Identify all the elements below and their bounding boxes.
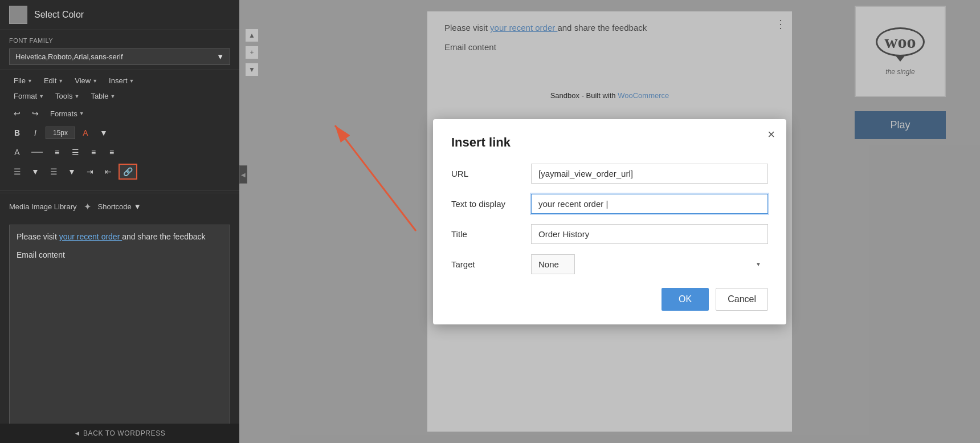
ol-arrow[interactable]: ▼: [64, 164, 80, 180]
modal-title-field: Title: [451, 224, 768, 244]
media-image-library-btn[interactable]: Media Image Library: [9, 202, 77, 211]
back-to-wordpress-bar[interactable]: ◄ BACK TO WORDPRESS: [0, 424, 239, 443]
toolbar-row-6: ☰ ▼ ☰ ▼ ⇥ ⇤ 🔗: [9, 164, 230, 180]
font-family-select[interactable]: Helvetica,Roboto,Arial,sans-serif ▼: [9, 48, 230, 65]
main-content: ▲ + ▼ ⋮ Please visit your recent order a…: [239, 0, 980, 443]
target-label: Target: [451, 259, 531, 269]
url-input[interactable]: [531, 164, 768, 184]
align-right-btn[interactable]: ≡: [85, 144, 101, 160]
text-color-btn[interactable]: A: [9, 144, 25, 160]
redo-btn[interactable]: ↪: [27, 105, 43, 121]
modal-target-field: Target None _blank _self _parent _top: [451, 254, 768, 274]
bold-btn[interactable]: B: [9, 125, 25, 141]
media-row: Media Image Library ✦ Shortcode ▼: [9, 198, 230, 216]
font-family-value: Helvetica,Roboto,Arial,sans-serif: [15, 52, 123, 61]
undo-btn[interactable]: ↩: [9, 105, 25, 121]
title-label: Title: [451, 229, 531, 239]
indent-btn[interactable]: ⇥: [82, 164, 98, 180]
editor-text-line2: Email content: [17, 250, 223, 259]
modal-close-btn[interactable]: ×: [767, 128, 775, 141]
select-color-bar[interactable]: Select Color: [0, 0, 239, 30]
color-swatch[interactable]: [9, 6, 27, 24]
modal-text-field: Text to display: [451, 194, 768, 214]
ul-btn[interactable]: ☰: [9, 164, 25, 180]
insert-menu[interactable]: Insert ▼: [104, 75, 138, 87]
title-input[interactable]: [531, 224, 768, 244]
ol-btn[interactable]: ☰: [46, 164, 62, 180]
toolbar-row-3: ↩ ↪ Formats ▼: [9, 105, 230, 121]
text-to-display-input[interactable]: [531, 194, 768, 214]
align-left-btn[interactable]: ≡: [49, 144, 65, 160]
toolbar-section: File ▼ Edit ▼ View ▼ Insert ▼ Format ▼ T: [0, 70, 239, 188]
toolbar-row-2: Format ▼ Tools ▼ Table ▼: [9, 90, 230, 102]
target-select[interactable]: None _blank _self _parent _top: [531, 254, 575, 274]
format-menu[interactable]: Format ▼: [9, 90, 48, 102]
modal-buttons: OK Cancel: [451, 288, 768, 311]
cancel-button[interactable]: Cancel: [716, 288, 768, 311]
modal-title: Insert link: [451, 135, 768, 150]
target-select-wrapper: None _blank _self _parent _top: [531, 254, 768, 274]
editor-text-plain: Please visit: [17, 232, 59, 241]
modal-overlay: Insert link × URL Text to display Title …: [239, 0, 980, 443]
table-menu[interactable]: Table ▼: [86, 90, 120, 102]
font-size-input[interactable]: 15px: [46, 127, 75, 139]
font-family-label: FONT FAMILY: [9, 37, 230, 44]
tools-menu[interactable]: Tools ▼: [51, 90, 84, 102]
formats-menu[interactable]: Formats ▼: [46, 108, 89, 120]
text-to-display-label: Text to display: [451, 199, 531, 209]
url-label: URL: [451, 169, 531, 178]
editor-content-area[interactable]: Please visit your recent order and share…: [9, 225, 230, 438]
hr-btn[interactable]: [27, 144, 47, 160]
ul-arrow[interactable]: ▼: [27, 164, 43, 180]
font-family-chevron: ▼: [217, 52, 224, 61]
toolbar-row-5: A ≡ ☰ ≡ ≡: [9, 144, 230, 160]
italic-btn[interactable]: I: [27, 125, 43, 141]
font-family-section: FONT FAMILY Helvetica,Roboto,Arial,sans-…: [0, 30, 239, 70]
editor-text-line1: Please visit your recent order and share…: [17, 232, 223, 241]
file-menu[interactable]: File ▼: [9, 75, 37, 87]
outdent-btn[interactable]: ⇤: [100, 164, 116, 180]
editor-link[interactable]: your recent order: [59, 232, 122, 241]
insert-link-modal: Insert link × URL Text to display Title …: [433, 119, 786, 324]
modal-url-field: URL: [451, 164, 768, 184]
edit-menu[interactable]: Edit ▼: [39, 75, 68, 87]
ok-button[interactable]: OK: [662, 288, 709, 311]
insert-link-btn[interactable]: 🔗: [119, 164, 137, 180]
sidebar: Select Color FONT FAMILY Helvetica,Robot…: [0, 0, 239, 443]
toolbar-row-1: File ▼ Edit ▼ View ▼ Insert ▼: [9, 75, 230, 87]
media-shortcode-section: Media Image Library ✦ Shortcode ▼: [0, 193, 239, 220]
font-color-btn[interactable]: A: [77, 125, 93, 141]
align-center-btn[interactable]: ☰: [67, 144, 83, 160]
select-color-label: Select Color: [34, 10, 84, 20]
align-justify-btn[interactable]: ≡: [104, 144, 120, 160]
view-menu[interactable]: View ▼: [70, 75, 102, 87]
toolbar-row-4: B I 15px A ▼: [9, 125, 230, 141]
editor-text-suffix: and share the feedback: [122, 232, 205, 241]
media-icon[interactable]: ✦: [84, 201, 91, 212]
shortcode-btn[interactable]: Shortcode ▼: [98, 202, 141, 211]
svg-line-1: [335, 125, 416, 231]
font-color-arrow[interactable]: ▼: [96, 125, 112, 141]
